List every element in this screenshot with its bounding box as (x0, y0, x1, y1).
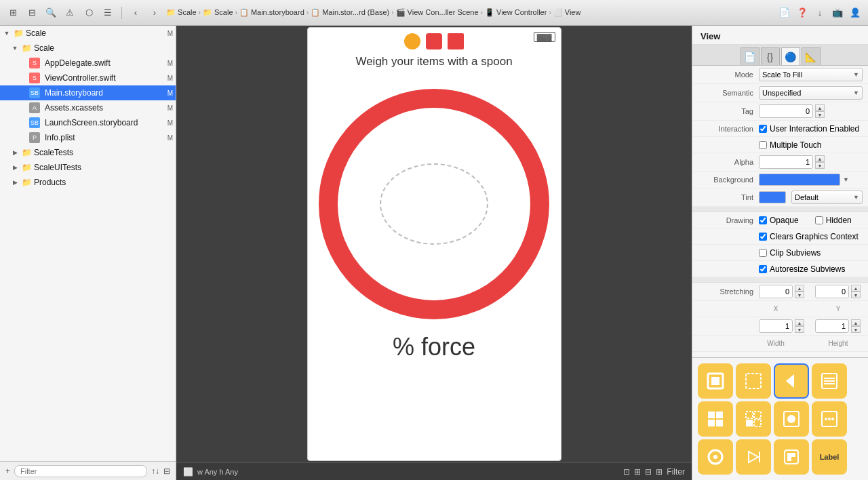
sidebar-item-scaleuitests[interactable]: ▶ 📁 ScaleUITests (0, 160, 176, 175)
toolbar-doc-btn[interactable]: 📄 (777, 5, 792, 20)
toolbar-help-btn[interactable]: ❓ (795, 5, 810, 20)
inspector-tab-file[interactable]: 📄 (741, 47, 760, 65)
icon-cell-1-2[interactable] (736, 363, 771, 399)
bc-item-2[interactable]: 📁 Scale (203, 8, 233, 17)
icon-cell-3-3[interactable] (774, 439, 809, 475)
bc-item-6[interactable]: 📱 View Controller (485, 8, 547, 17)
bc-item-3[interactable]: 📋 Main.storyboard (239, 8, 304, 17)
sidebar-bottom-bar: + ↑↓ ⊟ (0, 461, 176, 480)
sidebar-item-scale-folder[interactable]: ▼ 📁 Scale (0, 41, 176, 56)
stretch-w-up[interactable]: ▲ (795, 319, 804, 326)
alpha-step-down[interactable]: ▼ (815, 162, 825, 169)
canvas-filter-btn[interactable]: Filter (667, 467, 685, 477)
tint-select[interactable]: Default ▼ (791, 191, 863, 204)
icon-row-1 (698, 363, 863, 399)
tag-step-up[interactable]: ▲ (815, 104, 825, 111)
icon-cell-1-1[interactable] (698, 363, 733, 399)
toolbar-monitor-btn[interactable]: 📺 (830, 5, 845, 20)
toolbar-warn-btn[interactable]: ⚠ (62, 5, 77, 20)
sidebar-sort-btn[interactable]: ↑↓ (151, 466, 159, 476)
toolbar-user-btn[interactable]: 👤 (848, 5, 863, 20)
forward-btn[interactable]: › (147, 5, 162, 20)
semantic-select[interactable]: Unspecified ▼ (759, 86, 863, 100)
stretch-x-down[interactable]: ▼ (795, 292, 804, 298)
icon-cell-1-4[interactable] (812, 363, 847, 399)
stretch-y-down[interactable]: ▼ (851, 292, 861, 298)
icon-cell-2-4[interactable] (812, 401, 847, 437)
interaction-user-checkbox[interactable] (759, 125, 767, 133)
clip-checkbox[interactable] (759, 249, 767, 257)
opaque-checkbox[interactable] (759, 216, 767, 224)
stretch-x-up[interactable]: ▲ (795, 285, 804, 292)
sidebar-item-scaletests[interactable]: ▶ 📁 ScaleTests (0, 145, 176, 160)
stretch-h-up[interactable]: ▲ (851, 319, 861, 326)
inspector-tab-attributes[interactable]: 🔵 (781, 47, 800, 65)
alpha-input[interactable] (759, 155, 813, 169)
stretch-w-down[interactable]: ▼ (795, 326, 804, 333)
sidebar-filter-input[interactable] (14, 465, 147, 477)
inspector-tab-quickhelp[interactable]: {} (761, 47, 780, 65)
alpha-step-up[interactable]: ▲ (815, 155, 825, 162)
stretch-w-input[interactable] (759, 319, 793, 333)
icon-cell-3-2[interactable] (736, 439, 771, 475)
canvas-fit-btn[interactable]: ⊡ (623, 467, 630, 477)
sidebar-label-assets: Assets.xcassets (45, 103, 165, 113)
bc-item-4[interactable]: 📋 Main.stor...rd (Base) (311, 8, 389, 17)
toolbar-magnify-btn[interactable]: 🔍 (43, 5, 58, 20)
inspector-tabs: 📄 {} 🔵 📐 (692, 45, 868, 66)
bc-item-7[interactable]: ⬜ View (553, 8, 581, 17)
clip-value: Clip Subviews (759, 248, 863, 258)
mode-select[interactable]: Scale To Fill ▼ (759, 68, 863, 81)
inspector-row-autoresize: Autoresize Subviews (692, 261, 868, 277)
tint-color-swatch[interactable] (759, 191, 786, 203)
sidebar-item-infoplist[interactable]: P Info.plist M (0, 130, 176, 145)
canvas-zoom-btn[interactable]: ⊞ (634, 467, 641, 477)
bc-item-5[interactable]: 🎬 View Con...ller Scene (396, 8, 479, 17)
autoresize-row: Autoresize Subviews (759, 264, 845, 274)
toolbar-list-btn[interactable]: ☰ (100, 5, 115, 20)
inspector-tab-size[interactable]: 📐 (802, 47, 821, 65)
stretch-y-up[interactable]: ▲ (851, 285, 861, 292)
icon-cell-3-1[interactable] (698, 439, 733, 475)
icon-cell-1-3[interactable] (774, 363, 809, 399)
canvas-bottom-rect-btn[interactable]: ⬜ (183, 467, 193, 477)
sidebar-item-main-storyboard[interactable]: SB Main.storyboard M (0, 85, 176, 100)
bc-icon-7: ⬜ (553, 8, 563, 16)
height-label: Height (821, 340, 855, 347)
icon-cell-2-3[interactable] (774, 401, 809, 437)
toolbar-search-btn[interactable]: ⊟ (24, 5, 39, 20)
stretch-h-input[interactable] (815, 319, 849, 333)
bc-item-1[interactable]: 📁 Scale (166, 8, 197, 17)
sidebar-item-appdelegate[interactable]: S AppDelegate.swift M (0, 56, 176, 71)
hidden-checkbox[interactable] (815, 216, 823, 224)
stretch-h-down[interactable]: ▼ (851, 326, 861, 333)
toolbar-square-btn[interactable]: ⊞ (5, 5, 20, 20)
canvas-zoom2-btn[interactable]: ⊟ (645, 467, 652, 477)
stretch-x-input[interactable] (759, 285, 793, 298)
toolbar-hex-btn[interactable]: ⬡ (81, 5, 96, 20)
back-btn[interactable]: ‹ (128, 5, 143, 20)
stretch-y-input[interactable] (815, 285, 849, 298)
tag-step-down[interactable]: ▼ (815, 111, 825, 118)
sidebar: ▼ 📁 Scale M ▼ 📁 Scale S AppDelegate.swif… (0, 26, 176, 480)
tag-input[interactable] (759, 104, 813, 118)
autoresize-checkbox[interactable] (759, 265, 767, 273)
icon-cell-2-1[interactable] (698, 401, 733, 437)
sidebar-add-btn[interactable]: + (5, 466, 10, 476)
sidebar-options-btn[interactable]: ⊟ (163, 466, 170, 476)
sidebar-item-root[interactable]: ▼ 📁 Scale M (0, 26, 176, 41)
canvas-grid-btn[interactable]: ⊞ (656, 467, 663, 477)
icon-cell-2-2[interactable] (736, 401, 771, 437)
icon-cell-3-4[interactable]: Label (812, 439, 847, 475)
device-title: Weigh your items with a spoon (342, 55, 526, 68)
clears-checkbox[interactable] (759, 233, 767, 241)
sidebar-item-launchscreen[interactable]: SB LaunchScreen.storyboard M (0, 115, 176, 130)
sidebar-item-assets[interactable]: A Assets.xcassets M (0, 100, 176, 115)
multitouch-checkbox[interactable] (759, 141, 767, 149)
mode-label: Mode (698, 71, 759, 79)
background-color-swatch[interactable] (759, 174, 840, 186)
toolbar-download-btn[interactable]: ↓ (812, 5, 827, 20)
sidebar-item-products[interactable]: ▶ 📁 Products (0, 175, 176, 190)
sidebar-badge-appdelegate: M (167, 60, 173, 67)
sidebar-item-viewcontroller[interactable]: S ViewController.swift M (0, 71, 176, 85)
